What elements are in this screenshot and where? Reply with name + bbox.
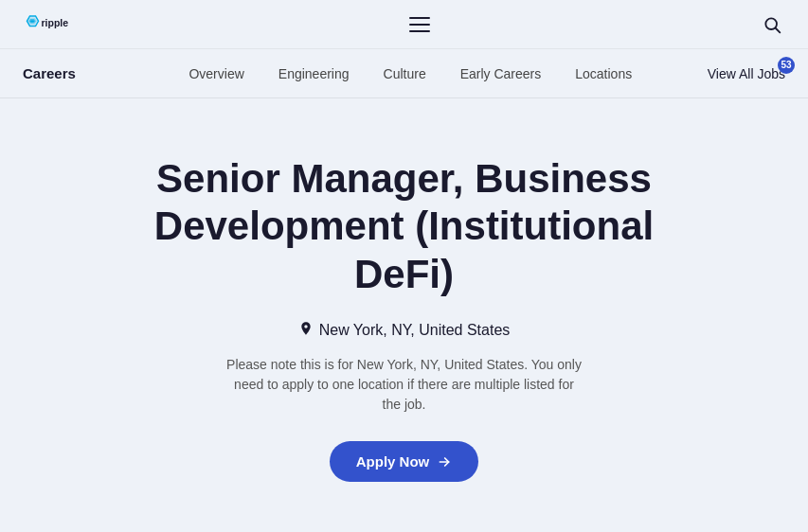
job-title: Senior Manager, Business Development (In… (101, 155, 708, 298)
arrow-right-icon (437, 454, 452, 470)
logo-area: ripple (23, 14, 80, 35)
hamburger-line-1 (409, 17, 430, 19)
svg-line-5 (776, 27, 781, 32)
hamburger-menu-button[interactable] (405, 13, 434, 36)
jobs-count-badge: 53 (778, 57, 795, 74)
apply-now-button[interactable]: Apply Now (330, 441, 479, 482)
tab-role-overview[interactable]: Role Overview (45, 520, 181, 532)
bottom-tabs: Role Overview Application (23, 520, 785, 532)
nav-link-early-careers[interactable]: Early Careers (460, 66, 542, 81)
search-icon (763, 15, 781, 34)
location-pin-icon (298, 321, 314, 340)
view-all-jobs-label: View All Jobs (708, 66, 785, 81)
location-note: Please note this is for New York, NY, Un… (224, 355, 584, 415)
hamburger-line-3 (409, 30, 430, 32)
search-button[interactable] (759, 11, 785, 38)
nav-link-engineering[interactable]: Engineering (278, 66, 350, 81)
careers-nav: Careers Overview Engineering Culture Ear… (0, 49, 808, 98)
main-content: Senior Manager, Business Development (In… (0, 98, 808, 532)
hamburger-line-2 (409, 24, 430, 26)
nav-link-locations[interactable]: Locations (575, 66, 632, 81)
location-row: New York, NY, United States (298, 321, 511, 340)
location-text: New York, NY, United States (319, 322, 511, 339)
careers-label: Careers (23, 65, 76, 81)
ripple-logo-icon: ripple (23, 14, 80, 35)
logo-text-element: ripple (42, 17, 69, 28)
ripple-hex-icon (27, 16, 39, 27)
nav-link-culture[interactable]: Culture (384, 66, 426, 81)
tab-application[interactable]: Application (181, 520, 288, 532)
apply-now-label: Apply Now (356, 453, 430, 470)
view-all-jobs-button[interactable]: View All Jobs 53 (708, 66, 785, 81)
nav-links: Overview Engineering Culture Early Caree… (114, 66, 708, 81)
nav-link-overview[interactable]: Overview (189, 66, 243, 81)
top-nav: ripple (0, 0, 808, 49)
